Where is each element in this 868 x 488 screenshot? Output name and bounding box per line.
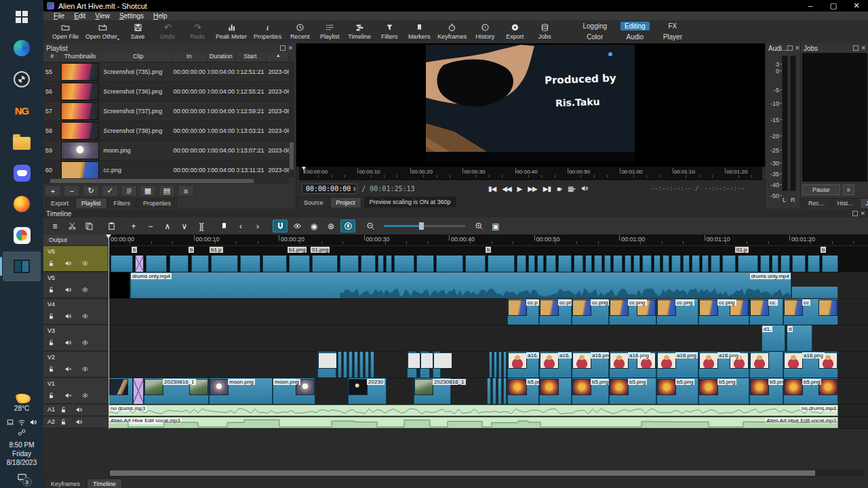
clip[interactable]	[539, 378, 572, 404]
menu-settings[interactable]: Settings	[115, 12, 149, 20]
markers-button[interactable]: Markers	[408, 22, 431, 40]
clip[interactable]	[528, 256, 535, 272]
column-header-duration[interactable]: Duration	[208, 53, 237, 62]
playlist-row[interactable]: 57Screenshot (737).png00:00:00:0000:00:0…	[43, 102, 289, 121]
weather-widget[interactable]: 28°C	[13, 394, 31, 412]
track-lane-v5[interactable]: drums only.mp4drums only.mp4	[108, 272, 868, 299]
track-lane-v6[interactable]: bbb1.pb1.png01.pngb01.pb	[108, 246, 868, 272]
clip[interactable]	[170, 256, 189, 272]
clip[interactable]	[781, 256, 790, 272]
maximize-button[interactable]: ▢	[822, 0, 845, 12]
clip[interactable]	[517, 256, 526, 272]
clip[interactable]	[494, 352, 497, 378]
ripple-delete-button[interactable]: −	[143, 220, 158, 232]
clip[interactable]	[378, 256, 384, 272]
snap-button[interactable]	[273, 220, 288, 232]
playlist-row[interactable]: 59moon.png00:00:00:0000:00:04:0000:13:07…	[43, 141, 289, 161]
append-button[interactable]: +	[126, 220, 141, 232]
properties-button[interactable]: iProperties	[254, 22, 281, 40]
jobs-menu-button[interactable]: ≡	[843, 184, 854, 195]
playlist-horizontal-scrollbar[interactable]	[43, 178, 289, 184]
layout-editing-button[interactable]: Editing	[620, 22, 650, 30]
playlist-view-icons-button[interactable]: ▤	[159, 185, 175, 197]
clip[interactable]	[436, 256, 463, 272]
clip[interactable]	[537, 256, 544, 272]
jobs-button[interactable]: Jobs	[533, 22, 556, 40]
clip[interactable]	[420, 352, 430, 378]
layout-logging-button[interactable]: Logging	[578, 22, 611, 30]
track-mute-button[interactable]	[64, 339, 72, 348]
volume-button[interactable]	[580, 184, 589, 192]
clip[interactable]	[489, 352, 492, 378]
clip[interactable]: b5.png	[507, 378, 539, 404]
next-marker-button[interactable]: ›	[250, 220, 265, 232]
clip[interactable]	[604, 256, 611, 272]
fast-forward-button[interactable]: ▶▶	[528, 185, 536, 192]
clip[interactable]	[692, 256, 700, 272]
clip[interactable]: a16.png	[698, 352, 749, 378]
clip[interactable]	[585, 256, 592, 272]
clip[interactable]: d1,	[762, 325, 785, 351]
clip[interactable]: cc.p	[507, 299, 539, 325]
clip[interactable]	[361, 256, 376, 272]
clip[interactable]: d	[787, 325, 812, 351]
cut-button[interactable]	[64, 220, 79, 232]
playlist-button[interactable]: Playlist	[318, 22, 341, 40]
float-panel-icon[interactable]	[853, 45, 859, 51]
clip[interactable]	[613, 256, 623, 272]
clip[interactable]: a16.png	[783, 352, 838, 378]
taskbar-app-newgrounds[interactable]: NG	[3, 96, 41, 125]
tray-link-icon[interactable]	[18, 428, 26, 438]
clip[interactable]	[722, 256, 736, 272]
scrub-while-dragging-button[interactable]	[290, 220, 304, 232]
tab-export[interactable]: Export	[45, 198, 75, 208]
clip[interactable]: b5.png	[698, 378, 749, 404]
clip[interactable]	[792, 256, 806, 272]
clip[interactable]: a16,	[507, 352, 539, 378]
tab-properties[interactable]: Properties	[137, 198, 177, 208]
clip[interactable]: cc.png	[609, 299, 656, 325]
clip[interactable]	[338, 352, 342, 378]
open-other-button[interactable]: Open Other▾	[85, 22, 119, 41]
tab-source[interactable]: Source	[298, 197, 330, 207]
clip[interactable]: a16.png	[609, 352, 656, 378]
skip-to-start-button[interactable]: ▮◀	[488, 185, 496, 192]
playlist-row[interactable]: 55Screenshot (735).png00:00:00:0000:00:0…	[43, 62, 289, 82]
clip[interactable]	[498, 352, 502, 378]
playlist-select-button[interactable]: ✓	[102, 185, 118, 197]
track-header-v4[interactable]: V4	[43, 299, 108, 325]
clip[interactable]	[416, 256, 434, 272]
menu-edit[interactable]: Edit	[69, 12, 90, 20]
close-panel-icon[interactable]: ✕	[288, 45, 293, 51]
taskbar-clock[interactable]: 8:50 PM Friday 8/18/2023	[7, 441, 37, 467]
track-lock-button[interactable]	[60, 418, 67, 427]
clip[interactable]	[558, 256, 572, 272]
track-lane-a2[interactable]: Alien Art Hive Edit vocal.mp3Alien Art H…	[108, 417, 868, 429]
layout-audio-button[interactable]: Audio	[623, 33, 648, 41]
clip[interactable]	[370, 352, 374, 378]
clip[interactable]	[465, 256, 486, 272]
clip[interactable]	[407, 352, 417, 378]
clip[interactable]	[633, 256, 640, 272]
clip[interactable]	[671, 256, 681, 272]
track-hide-button[interactable]	[81, 286, 89, 295]
history-button[interactable]: History	[473, 22, 496, 40]
clip[interactable]	[340, 256, 359, 272]
column-header-num[interactable]: #	[43, 53, 60, 62]
track-lane-v2[interactable]: a16,a16,a16.pnga16.pnga16.pnga16.pnga16.…	[108, 352, 868, 378]
grid-button[interactable]: ▦ ▾	[568, 185, 574, 192]
clip[interactable]: b5.png	[783, 378, 838, 404]
track-hide-button[interactable]	[81, 365, 89, 374]
clip[interactable]	[760, 256, 770, 272]
clip[interactable]: drums only.mp4drums only.mp4	[130, 272, 791, 298]
playlist-view-tiles-button[interactable]: ▦	[140, 185, 156, 197]
track-mute-button[interactable]	[64, 286, 72, 295]
track-header-v6[interactable]: V6	[43, 246, 108, 272]
split-button[interactable]: ][	[194, 220, 209, 232]
clip[interactable]	[146, 256, 167, 272]
clip[interactable]	[211, 256, 238, 272]
track-lock-button[interactable]	[47, 260, 55, 268]
taskbar-app-photos[interactable]	[3, 220, 41, 250]
clip[interactable]: b5.png	[749, 378, 783, 404]
timecode-spinner[interactable]: ▲▼	[353, 186, 355, 191]
